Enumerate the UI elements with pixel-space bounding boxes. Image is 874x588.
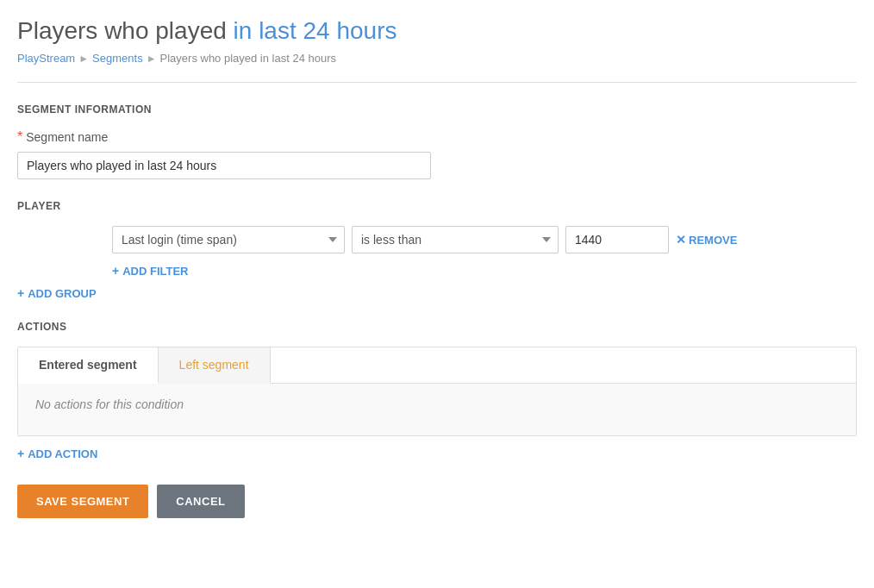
segment-info-section: SEGMENT INFORMATION * Segment name [17, 103, 857, 179]
segment-name-label: * Segment name [17, 129, 857, 145]
add-group-link[interactable]: + ADD GROUP [17, 286, 97, 300]
add-filter-plus-icon: + [112, 264, 119, 278]
save-segment-button[interactable]: SAVE SEGMENT [17, 485, 148, 518]
add-action-link[interactable]: + ADD ACTION [17, 447, 97, 460]
filter-attribute-select[interactable]: Last login (time span) Last login (time … [112, 226, 345, 253]
breadcrumb-playstream[interactable]: PlayStream [17, 52, 75, 65]
divider [17, 82, 857, 83]
tab-content: No actions for this condition [18, 384, 856, 435]
add-group-label: ADD GROUP [28, 287, 96, 300]
breadcrumb: PlayStream ► Segments ► Players who play… [17, 52, 857, 65]
tab-entered-segment[interactable]: Entered segment [18, 347, 159, 384]
player-section: PLAYER Last login (time span) Last login… [17, 200, 857, 300]
actions-section: ACTIONS Entered segment Left segment No … [17, 321, 857, 460]
remove-icon: ✕ [676, 233, 686, 247]
breadcrumb-segments[interactable]: Segments [92, 52, 143, 65]
filter-operator-select[interactable]: is less than is greater than is equal to [352, 226, 559, 253]
breadcrumb-current: Players who played in last 24 hours [160, 52, 337, 65]
page-title: Players who played in last 24 hours [17, 17, 857, 45]
segment-info-title: SEGMENT INFORMATION [17, 103, 857, 116]
tabs-header: Entered segment Left segment [18, 347, 856, 384]
add-action-plus-icon: + [17, 447, 24, 460]
breadcrumb-sep-2: ► [147, 53, 157, 65]
add-filter-link[interactable]: + ADD FILTER [112, 264, 189, 278]
cancel-button[interactable]: CANCEL [157, 485, 244, 518]
filter-value-input[interactable] [565, 226, 669, 253]
required-indicator: * [17, 129, 22, 145]
add-action-row: + ADD ACTION [17, 447, 857, 460]
player-section-title: PLAYER [17, 200, 857, 212]
add-filter-row: + ADD FILTER [112, 264, 857, 278]
tabs-container: Entered segment Left segment No actions … [17, 347, 857, 436]
actions-section-title: ACTIONS [17, 321, 857, 333]
add-group-row: + ADD GROUP [17, 286, 857, 300]
add-filter-label: ADD FILTER [122, 265, 188, 278]
filter-row: Last login (time span) Last login (time … [112, 226, 857, 253]
segment-name-input[interactable] [17, 152, 431, 179]
breadcrumb-sep-1: ► [78, 53, 89, 65]
tab-left-segment[interactable]: Left segment [159, 347, 271, 384]
remove-filter-link[interactable]: ✕ REMOVE [676, 233, 737, 247]
add-action-label: ADD ACTION [28, 447, 97, 460]
no-actions-text: No actions for this condition [35, 397, 184, 411]
add-group-plus-icon: + [17, 286, 24, 300]
page-container: Players who played in last 24 hours Play… [0, 0, 874, 544]
footer-buttons: SAVE SEGMENT CANCEL [17, 485, 857, 518]
